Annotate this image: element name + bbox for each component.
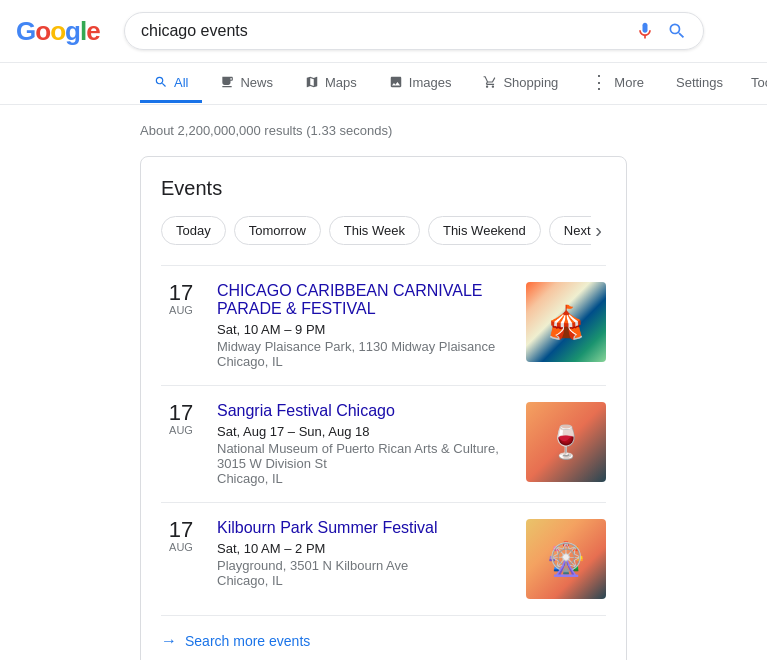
search-input[interactable]	[141, 22, 627, 40]
arrow-right-icon: →	[161, 632, 177, 650]
event-name[interactable]: Kilbourn Park Summer Festival	[217, 519, 510, 537]
more-dots-icon: ⋮	[590, 73, 608, 91]
event-info: Sangria Festival Chicago Sat, Aug 17 – S…	[217, 402, 510, 486]
logo-letter-e: e	[86, 16, 99, 47]
tab-more[interactable]: ⋮ More	[576, 63, 658, 104]
event-city: Chicago, IL	[217, 354, 510, 369]
microphone-icon[interactable]	[635, 21, 655, 41]
tab-images-label: Images	[409, 75, 452, 90]
tab-more-label: More	[614, 75, 644, 90]
tab-maps-label: Maps	[325, 75, 357, 90]
images-icon	[389, 75, 403, 89]
nav-right: Settings Tools	[662, 65, 767, 103]
event-item: 17 AUG Kilbourn Park Summer Festival Sat…	[161, 502, 606, 615]
google-logo[interactable]: G o o g l e	[16, 16, 108, 46]
event-day: 17	[169, 519, 193, 541]
event-item: 17 AUG Sangria Festival Chicago Sat, Aug…	[161, 385, 606, 502]
sangria-image	[526, 402, 606, 482]
filter-chevron-button[interactable]: ›	[591, 216, 606, 245]
event-month: AUG	[169, 424, 193, 436]
results-area: About 2,200,000,000 results (1.33 second…	[0, 105, 767, 660]
filter-this-weekend[interactable]: This Weekend	[428, 216, 541, 245]
event-venue: Midway Plaisance Park, 1130 Midway Plais…	[217, 339, 510, 354]
events-title: Events	[161, 177, 606, 200]
logo-letter-o2: o	[50, 16, 65, 47]
carnival-image	[526, 282, 606, 362]
search-more-events-link[interactable]: → Search more events	[161, 615, 606, 650]
tab-news[interactable]: News	[206, 65, 287, 103]
event-day: 17	[169, 402, 193, 424]
tools-link[interactable]: Tools	[737, 65, 767, 103]
nav-tabs: All News Maps Images Shopping ⋮ More Set…	[0, 63, 767, 105]
settings-link[interactable]: Settings	[662, 65, 737, 103]
filter-pills: Today Tomorrow This Week This Weekend Ne…	[161, 216, 606, 245]
tab-shopping[interactable]: Shopping	[469, 65, 572, 103]
search-submit-icon[interactable]	[667, 21, 687, 41]
event-month: AUG	[169, 541, 193, 553]
event-city: Chicago, IL	[217, 471, 510, 486]
tab-maps[interactable]: Maps	[291, 65, 371, 103]
logo-letter-g: G	[16, 16, 35, 47]
event-time: Sat, 10 AM – 9 PM	[217, 322, 510, 337]
event-city: Chicago, IL	[217, 573, 510, 588]
shopping-icon	[483, 75, 497, 89]
tab-images[interactable]: Images	[375, 65, 466, 103]
event-venue: National Museum of Puerto Rican Arts & C…	[217, 441, 510, 471]
filter-today[interactable]: Today	[161, 216, 226, 245]
events-box: Events Today Tomorrow This Week This Wee…	[140, 156, 627, 660]
search-more-label: Search more events	[185, 633, 310, 649]
maps-icon	[305, 75, 319, 89]
event-info: Kilbourn Park Summer Festival Sat, 10 AM…	[217, 519, 510, 588]
news-icon	[220, 75, 234, 89]
event-month: AUG	[169, 304, 193, 316]
filter-this-week[interactable]: This Week	[329, 216, 420, 245]
tab-all[interactable]: All	[140, 65, 202, 103]
event-image[interactable]	[526, 282, 606, 362]
tab-all-label: All	[174, 75, 188, 90]
all-icon	[154, 75, 168, 89]
event-name[interactable]: CHICAGO CARIBBEAN CARNIVALE PARADE & FES…	[217, 282, 510, 318]
results-count: About 2,200,000,000 results (1.33 second…	[140, 113, 627, 148]
search-icons	[635, 21, 687, 41]
event-image[interactable]	[526, 402, 606, 482]
event-name[interactable]: Sangria Festival Chicago	[217, 402, 510, 420]
event-info: CHICAGO CARIBBEAN CARNIVALE PARADE & FES…	[217, 282, 510, 369]
event-time: Sat, 10 AM – 2 PM	[217, 541, 510, 556]
filter-tomorrow[interactable]: Tomorrow	[234, 216, 321, 245]
event-time: Sat, Aug 17 – Sun, Aug 18	[217, 424, 510, 439]
kilbourn-image	[526, 519, 606, 599]
tab-news-label: News	[240, 75, 273, 90]
event-image[interactable]	[526, 519, 606, 599]
tab-shopping-label: Shopping	[503, 75, 558, 90]
event-item: 17 AUG CHICAGO CARIBBEAN CARNIVALE PARAD…	[161, 265, 606, 385]
event-day: 17	[169, 282, 193, 304]
event-date: 17 AUG	[161, 282, 201, 316]
event-venue: Playground, 3501 N Kilbourn Ave	[217, 558, 510, 573]
logo-letter-o1: o	[35, 16, 50, 47]
search-bar	[124, 12, 704, 50]
event-date: 17 AUG	[161, 519, 201, 553]
logo-letter-g2: g	[65, 16, 80, 47]
header: G o o g l e	[0, 0, 767, 63]
event-date: 17 AUG	[161, 402, 201, 436]
